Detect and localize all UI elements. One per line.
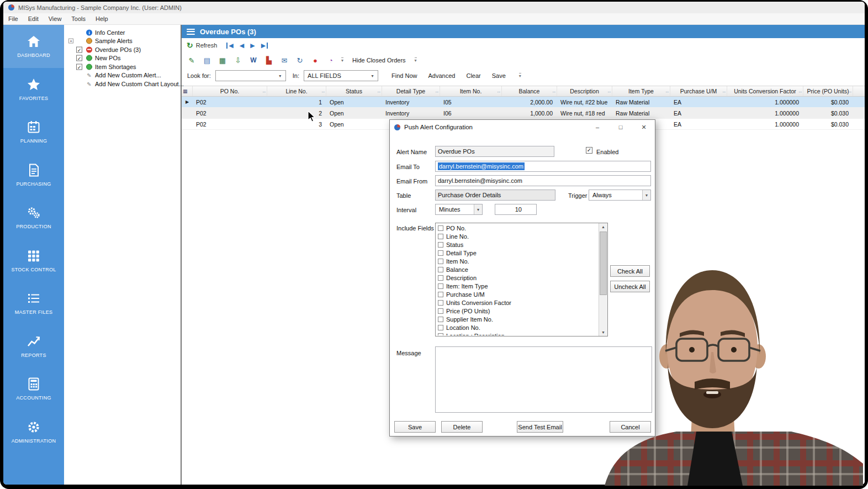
field-checkbox[interactable] bbox=[438, 225, 443, 231]
check-all-button[interactable]: Check All bbox=[610, 265, 650, 277]
tree-item[interactable]: ✓New POs bbox=[64, 54, 181, 63]
include-fields-listbox[interactable]: PO No.Line No.StatusDetail TypeItem No.B… bbox=[435, 223, 608, 336]
hamburger-menu-icon[interactable] bbox=[187, 29, 195, 35]
chevron-down-icon[interactable]: ▾ bbox=[474, 204, 482, 214]
sidebar-item-planning[interactable]: PLANNING bbox=[3, 111, 64, 154]
menu-edit[interactable]: Edit bbox=[23, 15, 44, 22]
find-now-button[interactable]: Find Now bbox=[388, 72, 420, 79]
column-resize-icon[interactable]: ↔ bbox=[722, 89, 726, 94]
include-field-option[interactable]: Item: Item Type bbox=[436, 282, 598, 290]
tree-item[interactable]: Info Center bbox=[64, 28, 181, 37]
chevron-down-icon[interactable]: ▾ bbox=[642, 190, 650, 200]
menu-view[interactable]: View bbox=[44, 15, 67, 22]
delete-alert-button[interactable]: Delete bbox=[441, 421, 483, 433]
refresh-button[interactable]: Refresh bbox=[196, 42, 218, 49]
advanced-button[interactable]: Advanced bbox=[425, 72, 459, 79]
next-record-button[interactable]: ▶ bbox=[250, 43, 255, 49]
field-checkbox[interactable] bbox=[438, 234, 443, 239]
menu-file[interactable]: File bbox=[3, 15, 23, 22]
export-pdf-icon[interactable]: ▙ bbox=[264, 55, 274, 65]
include-field-option[interactable]: Purchase U/M bbox=[436, 290, 598, 298]
include-field-option[interactable]: Price (PO Units) bbox=[436, 307, 598, 315]
pie-chart-icon[interactable]: ◔ bbox=[326, 55, 336, 65]
trigger-select[interactable]: Always▾ bbox=[589, 190, 651, 201]
send-test-email-button[interactable]: Send Test Email bbox=[517, 421, 563, 433]
scrollbar-thumb[interactable] bbox=[600, 232, 607, 295]
dialog-titlebar[interactable]: Push Alert Configuration – □ ✕ bbox=[390, 120, 655, 134]
field-checkbox[interactable] bbox=[438, 267, 443, 272]
include-field-option[interactable]: Line No. bbox=[436, 232, 598, 240]
sidebar-item-favorites[interactable]: FAVORITES bbox=[3, 68, 64, 111]
tree-item[interactable]: Add New Custom Alert... bbox=[64, 71, 181, 80]
message-textarea[interactable] bbox=[435, 346, 652, 413]
tree-item[interactable]: +Sample Alerts bbox=[64, 37, 181, 46]
column-header[interactable]: Purchase U/M↔ bbox=[670, 86, 727, 96]
table-row[interactable]: ▶P021OpenInventoryI052,000.00Wire nut, #… bbox=[182, 97, 865, 108]
field-checkbox[interactable] bbox=[438, 308, 443, 314]
column-resize-icon[interactable]: ↔ bbox=[496, 89, 501, 94]
toolbar-overflow-icon[interactable]: ▾ bbox=[415, 57, 417, 63]
column-header[interactable]: Line No.↔ bbox=[267, 86, 326, 96]
hide-closed-orders-button[interactable]: Hide Closed Orders bbox=[349, 57, 409, 64]
column-header[interactable]: Item Type↔ bbox=[612, 86, 670, 96]
previous-record-button[interactable]: ◀ bbox=[240, 43, 244, 49]
column-resize-icon[interactable]: ↔ bbox=[798, 89, 802, 94]
field-checkbox[interactable] bbox=[438, 325, 443, 330]
edit-icon[interactable]: ✎ bbox=[187, 55, 197, 65]
sidebar-item-dashboard[interactable]: DASHBOARD bbox=[3, 25, 64, 68]
cancel-button[interactable]: Cancel bbox=[610, 421, 651, 433]
column-resize-icon[interactable]: ↔ bbox=[435, 89, 439, 94]
sidebar-item-stock-control[interactable]: STOCK CONTROL bbox=[3, 239, 64, 282]
column-resize-icon[interactable]: ↔ bbox=[377, 89, 381, 94]
enabled-checkbox[interactable]: ✓ bbox=[586, 147, 592, 154]
include-field-option[interactable]: Location No. bbox=[436, 323, 598, 332]
column-header[interactable]: Description↔ bbox=[557, 86, 612, 96]
field-checkbox[interactable] bbox=[438, 250, 443, 256]
sidebar-item-master-files[interactable]: MASTER FILES bbox=[3, 282, 64, 325]
scroll-down-icon[interactable]: ▼ bbox=[601, 330, 605, 334]
column-resize-icon[interactable]: ↔ bbox=[848, 89, 852, 94]
sidebar-item-production[interactable]: PRODUCTION bbox=[3, 196, 64, 239]
column-header[interactable]: Item No.↔ bbox=[440, 86, 502, 96]
export-word-icon[interactable]: W bbox=[248, 55, 258, 65]
maximize-button[interactable]: □ bbox=[611, 121, 631, 133]
email-to-input[interactable]: darryl.bernstein@misysinc.com bbox=[435, 161, 651, 172]
refresh-icon[interactable]: ↻ bbox=[187, 41, 193, 50]
include-field-option[interactable]: Units Conversion Factor bbox=[436, 298, 598, 307]
uncheck-all-button[interactable]: Uncheck All bbox=[610, 281, 650, 292]
field-checkbox[interactable] bbox=[438, 259, 443, 264]
column-resize-icon[interactable]: ↔ bbox=[552, 89, 556, 94]
field-checkbox[interactable] bbox=[438, 292, 443, 297]
tree-checkbox[interactable]: ✓ bbox=[76, 64, 82, 70]
column-header[interactable]: Balance↔ bbox=[502, 86, 557, 96]
sidebar-item-administration[interactable]: ADMINISTRATION bbox=[3, 411, 64, 454]
column-resize-icon[interactable]: ↔ bbox=[262, 89, 266, 94]
column-header[interactable]: Units Conversion Factor↔ bbox=[727, 86, 803, 96]
export-file-icon[interactable]: ⇩ bbox=[233, 55, 243, 65]
sidebar-item-accounting[interactable]: ACCOUNTING bbox=[3, 367, 64, 411]
email-icon[interactable]: ✉ bbox=[279, 55, 289, 65]
include-field-option[interactable]: Detail Type bbox=[436, 249, 598, 257]
toolbar-overflow-icon[interactable]: ▾ bbox=[341, 57, 343, 63]
sidebar-item-reports[interactable]: REPORTS bbox=[3, 325, 64, 368]
column-resize-icon[interactable]: ↔ bbox=[665, 89, 669, 94]
column-resize-icon[interactable]: ↔ bbox=[321, 89, 325, 94]
include-field-option[interactable]: Status bbox=[436, 240, 598, 249]
tree-checkbox[interactable]: ✓ bbox=[76, 55, 82, 61]
tree-item[interactable]: ✓Overdue POs (3) bbox=[64, 45, 181, 54]
export-excel-icon[interactable]: ▦ bbox=[218, 55, 227, 65]
menu-tools[interactable]: Tools bbox=[66, 15, 91, 22]
column-header[interactable]: PO No.↔ bbox=[193, 86, 267, 96]
save-button[interactable]: Save bbox=[489, 72, 509, 79]
include-field-option[interactable]: Description bbox=[436, 274, 598, 282]
column-header[interactable]: Status↔ bbox=[326, 86, 382, 96]
toolbar-overflow-icon[interactable]: ▾ bbox=[519, 73, 521, 78]
column-resize-icon[interactable]: ↔ bbox=[607, 89, 611, 94]
field-checkbox[interactable] bbox=[438, 242, 443, 248]
include-field-option[interactable]: Item No. bbox=[436, 257, 598, 265]
tree-checkbox[interactable]: ✓ bbox=[76, 46, 82, 52]
include-field-option[interactable]: Balance bbox=[436, 265, 598, 274]
email-from-input[interactable]: darryl.bernstein@misysinc.com bbox=[435, 175, 651, 186]
last-record-button[interactable]: ▶ bbox=[261, 43, 268, 49]
field-checkbox[interactable] bbox=[438, 317, 443, 322]
